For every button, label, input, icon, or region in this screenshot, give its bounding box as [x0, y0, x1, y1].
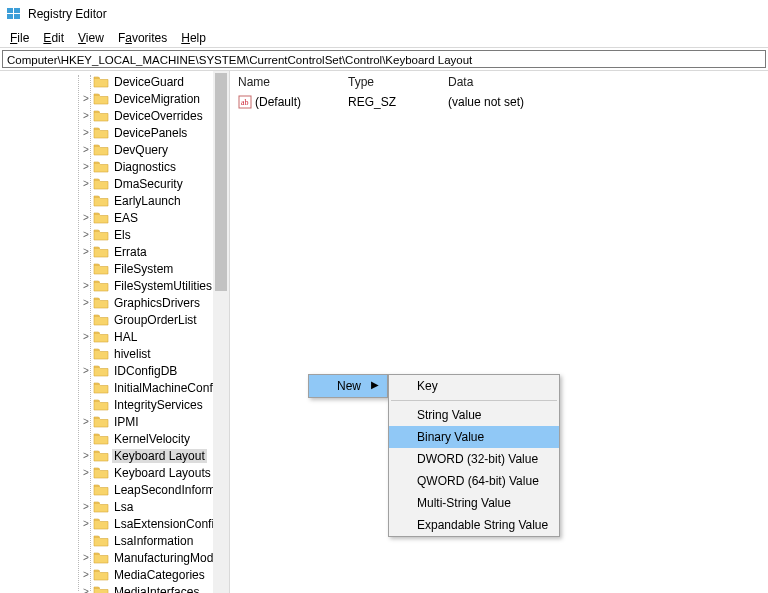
tree-item-label: ManufacturingMode: [112, 551, 222, 565]
folder-icon: [93, 92, 109, 106]
tree-item[interactable]: >DmaSecurity: [0, 175, 229, 192]
tree-item[interactable]: hivelist: [0, 345, 229, 362]
submenu-key[interactable]: Key: [389, 375, 559, 397]
submenu-expandable-string-value[interactable]: Expandable String Value: [389, 514, 559, 536]
tree-item[interactable]: >ManufacturingMode: [0, 549, 229, 566]
submenu-binary-value[interactable]: Binary Value: [389, 426, 559, 448]
tree-item[interactable]: GroupOrderList: [0, 311, 229, 328]
folder-icon: [93, 347, 109, 361]
tree-item[interactable]: >DevQuery: [0, 141, 229, 158]
tree-item[interactable]: >MediaCategories: [0, 566, 229, 583]
tree-item-label: Lsa: [112, 500, 135, 514]
string-value-icon: ab: [238, 95, 252, 109]
tree-item-label: DevicePanels: [112, 126, 189, 140]
col-header-data[interactable]: Data: [440, 73, 768, 91]
tree-item-label: FileSystemUtilities: [112, 279, 214, 293]
tree-item[interactable]: >GraphicsDrivers: [0, 294, 229, 311]
tree-item[interactable]: EarlyLaunch: [0, 192, 229, 209]
tree-item[interactable]: LsaInformation: [0, 532, 229, 549]
tree-item-label: EarlyLaunch: [112, 194, 183, 208]
folder-icon: [93, 381, 109, 395]
context-menu-new[interactable]: New ▶: [309, 375, 387, 397]
tree-item[interactable]: >IDConfigDB: [0, 362, 229, 379]
col-header-name[interactable]: Name: [230, 73, 340, 91]
address-bar[interactable]: Computer\HKEY_LOCAL_MACHINE\SYSTEM\Curre…: [2, 50, 766, 68]
folder-icon: [93, 177, 109, 191]
svg-rect-1: [14, 8, 20, 13]
tree-item-label: MediaCategories: [112, 568, 207, 582]
context-submenu-new[interactable]: Key String Value Binary Value DWORD (32-…: [388, 374, 560, 537]
tree-item[interactable]: KernelVelocity: [0, 430, 229, 447]
tree-item[interactable]: >EAS: [0, 209, 229, 226]
tree-item[interactable]: DeviceGuard: [0, 73, 229, 90]
tree-scrollbar[interactable]: [213, 71, 229, 593]
regedit-app-icon: [6, 6, 22, 22]
menu-view[interactable]: View: [72, 30, 110, 46]
submenu-string-value[interactable]: String Value: [389, 404, 559, 426]
folder-icon: [93, 160, 109, 174]
submenu-multi-string-value[interactable]: Multi-String Value: [389, 492, 559, 514]
menu-file[interactable]: File: [4, 30, 35, 46]
tree-item[interactable]: >Lsa: [0, 498, 229, 515]
tree-item[interactable]: >Errata: [0, 243, 229, 260]
folder-icon: [93, 551, 109, 565]
folder-icon: [93, 466, 109, 480]
tree-pane: DeviceGuard>DeviceMigration>DeviceOverri…: [0, 71, 230, 593]
tree-item[interactable]: >HAL: [0, 328, 229, 345]
list-header: Name Type Data: [230, 71, 768, 93]
tree-item-label: FileSystem: [112, 262, 175, 276]
tree-item-label: IntegrityServices: [112, 398, 205, 412]
folder-icon: [93, 568, 109, 582]
folder-icon: [93, 75, 109, 89]
submenu-dword-value[interactable]: DWORD (32-bit) Value: [389, 448, 559, 470]
folder-icon: [93, 517, 109, 531]
list-body[interactable]: ab(Default)REG_SZ(value not set): [230, 93, 768, 111]
svg-rect-2: [7, 14, 13, 19]
tree-item-label: DeviceMigration: [112, 92, 202, 106]
tree-item[interactable]: >Els: [0, 226, 229, 243]
tree-item[interactable]: >FileSystemUtilities: [0, 277, 229, 294]
tree-scrollbar-thumb[interactable]: [215, 73, 227, 291]
tree-item-label: LeapSecondInformation: [112, 483, 229, 497]
tree-item[interactable]: FileSystem: [0, 260, 229, 277]
menu-help[interactable]: Help: [175, 30, 212, 46]
folder-icon: [93, 228, 109, 242]
folder-icon: [93, 534, 109, 548]
tree-item-label: hivelist: [112, 347, 153, 361]
tree-item[interactable]: InitialMachineConfig: [0, 379, 229, 396]
tree-item[interactable]: LeapSecondInformation: [0, 481, 229, 498]
menubar: File Edit View Favorites Help: [0, 28, 768, 48]
tree-item[interactable]: >MediaInterfaces: [0, 583, 229, 593]
registry-tree[interactable]: DeviceGuard>DeviceMigration>DeviceOverri…: [0, 71, 229, 593]
tree-item[interactable]: >DevicePanels: [0, 124, 229, 141]
folder-icon: [93, 585, 109, 594]
tree-item[interactable]: >IPMI: [0, 413, 229, 430]
submenu-qword-value[interactable]: QWORD (64-bit) Value: [389, 470, 559, 492]
folder-icon: [93, 126, 109, 140]
tree-item[interactable]: >LsaExtensionConfig: [0, 515, 229, 532]
tree-item[interactable]: >DeviceMigration: [0, 90, 229, 107]
values-list-pane: Name Type Data ab(Default)REG_SZ(value n…: [230, 71, 768, 593]
tree-item[interactable]: >DeviceOverrides: [0, 107, 229, 124]
folder-icon: [93, 245, 109, 259]
tree-item-label: Diagnostics: [112, 160, 178, 174]
tree-item[interactable]: IntegrityServices: [0, 396, 229, 413]
context-menu[interactable]: New ▶ Key String Value Binary Value DWOR…: [308, 374, 388, 398]
tree-item[interactable]: >Keyboard Layouts: [0, 464, 229, 481]
tree-item-label: GroupOrderList: [112, 313, 199, 327]
tree-item[interactable]: >Diagnostics: [0, 158, 229, 175]
menu-favorites[interactable]: Favorites: [112, 30, 173, 46]
submenu-separator: [391, 400, 557, 401]
svg-rect-0: [7, 8, 13, 13]
folder-icon: [93, 262, 109, 276]
tree-item-label: DmaSecurity: [112, 177, 185, 191]
folder-icon: [93, 296, 109, 310]
col-header-type[interactable]: Type: [340, 73, 440, 91]
tree-item-label: DeviceGuard: [112, 75, 186, 89]
list-row[interactable]: ab(Default)REG_SZ(value not set): [230, 93, 768, 111]
folder-icon: [93, 432, 109, 446]
menu-edit[interactable]: Edit: [37, 30, 70, 46]
folder-icon: [93, 500, 109, 514]
tree-item[interactable]: >Keyboard Layout: [0, 447, 229, 464]
titlebar: Registry Editor: [0, 0, 768, 28]
